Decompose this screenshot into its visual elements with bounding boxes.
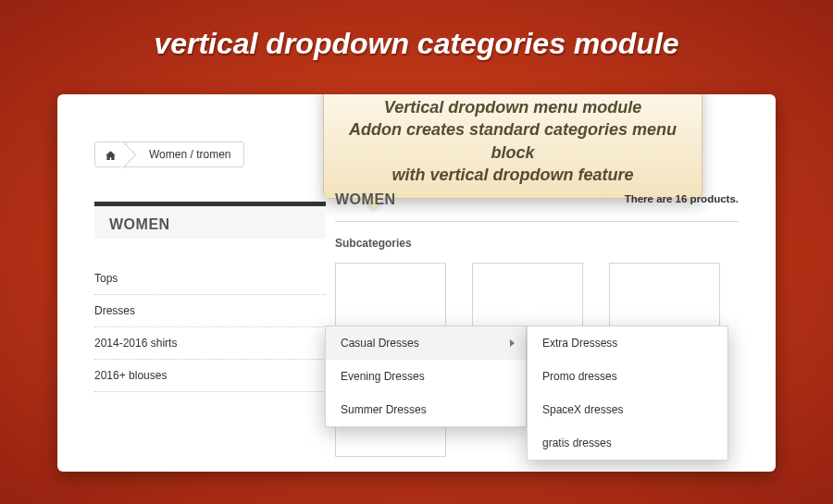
sidebar-item-2014-2016-shirts[interactable]: 2014-2016 shirts (94, 327, 326, 360)
dropdown-item-evening-dresses[interactable]: Evening Dresses (326, 360, 526, 393)
dropdown-item-spacex-dresses[interactable]: SpaceX dresses (528, 393, 727, 426)
sidebar-item-tops[interactable]: Tops (94, 263, 326, 295)
breadcrumb: Women / tromen (94, 141, 244, 167)
sidebar-list: Tops Dresses 2014-2016 shirts 2016+ blou… (94, 263, 326, 392)
subcategories-label: Subcategories (335, 237, 739, 250)
home-icon (105, 149, 117, 161)
sidebar: WOMEN Tops Dresses 2014-2016 shirts 2016… (94, 202, 326, 392)
dropdown-level2: Extra Dressess Promo dresses SpaceX dres… (527, 326, 728, 461)
sidebar-title: WOMEN (94, 202, 326, 239)
sidebar-item-dresses[interactable]: Dresses (94, 295, 326, 327)
dropdown-item-casual-dresses[interactable]: Casual Dresses (326, 326, 526, 360)
dropdown-item-summer-dresses[interactable]: Summer Dresses (326, 393, 526, 426)
tooltip-line: with vertical dropdown feature (341, 164, 685, 186)
hero-title: vertical dropdown categories module (0, 27, 833, 61)
info-tooltip: Vertical dropdown menu module Addon crea… (323, 94, 702, 199)
divider (335, 221, 739, 222)
dropdown-item-gratis-dresses[interactable]: gratis dresses (528, 426, 727, 460)
tooltip-line: Vertical dropdown menu module (341, 96, 685, 118)
product-count: There are 16 products. (625, 193, 739, 204)
dropdown-item-promo-dresses[interactable]: Promo dresses (528, 360, 727, 393)
breadcrumb-home[interactable] (95, 142, 127, 166)
app-card: Vertical dropdown menu module Addon crea… (57, 94, 776, 472)
dropdown-level1: Casual Dresses Evening Dresses Summer Dr… (325, 326, 527, 427)
sidebar-item-2016-blouses[interactable]: 2016+ blouses (94, 360, 326, 392)
tooltip-line: Addon creates standard categories menu b… (341, 118, 685, 164)
dropdown-item-extra-dressess[interactable]: Extra Dressess (528, 326, 727, 360)
breadcrumb-path[interactable]: Women / tromen (127, 142, 243, 166)
